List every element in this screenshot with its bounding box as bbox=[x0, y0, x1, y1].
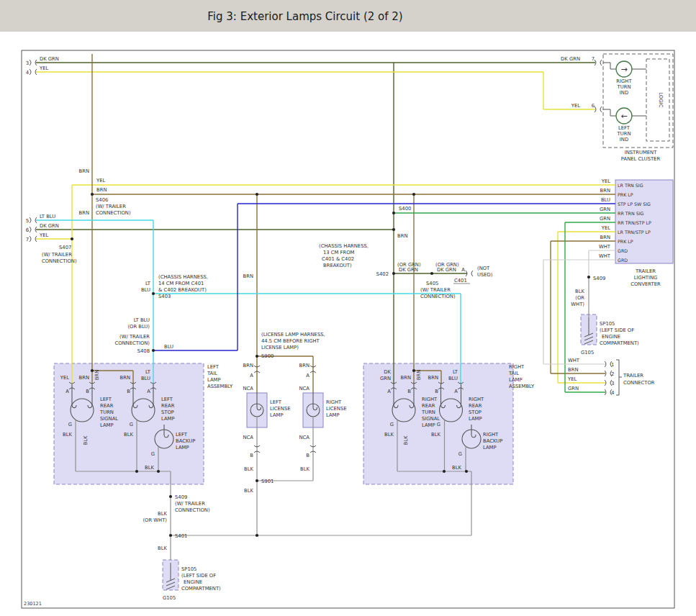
left-rear-turn-signal-lamp-caption: SIGNAL bbox=[100, 416, 118, 422]
wire-color-label: BRN bbox=[401, 375, 411, 381]
note-line: ENGINE bbox=[602, 334, 620, 340]
wire-color-label: YEL bbox=[601, 225, 610, 231]
wire-color-label: BRN bbox=[243, 273, 253, 279]
converter-pin-label: LR TRN SIG bbox=[618, 183, 643, 188]
left-rear-stop-lamp-caption: STOP bbox=[161, 409, 174, 415]
note-line: BREAKOUT) bbox=[323, 263, 352, 268]
converter-caption: LIGHTING bbox=[634, 275, 658, 281]
splice-label: S901 bbox=[261, 479, 274, 484]
edge-pin-number: 4 bbox=[26, 70, 30, 76]
note-line: & C402 BREAKOUT) bbox=[158, 287, 207, 293]
connector-label: C401 bbox=[454, 278, 467, 284]
drawing-number: 230121 bbox=[24, 601, 42, 607]
right-turn-indicator-label: RIGHT bbox=[616, 78, 632, 84]
terminal-label: A bbox=[454, 389, 458, 394]
note-line: (W/ TRAILER bbox=[420, 287, 451, 293]
converter-pin-label: GRD bbox=[618, 258, 628, 263]
splice-dot bbox=[430, 272, 433, 275]
terminal-label: B bbox=[435, 389, 438, 394]
note-line: CONNECTION) bbox=[114, 340, 150, 346]
converter-pin-label: PRK LP bbox=[618, 192, 633, 197]
terminal-label: G bbox=[130, 422, 133, 427]
wire-color-label: (OR bbox=[575, 295, 584, 301]
note-line: (CHASSIS HARNESS, bbox=[158, 274, 208, 280]
splice-label: S409 bbox=[175, 494, 187, 500]
note-line: 44.5 CM BEFORE RIGHT bbox=[261, 338, 320, 344]
cluster-pin-number: 7 bbox=[592, 56, 595, 62]
splice-label: S408 bbox=[137, 348, 150, 354]
wire-color-label: BLK bbox=[145, 465, 154, 471]
wire-color-label: BRN bbox=[397, 233, 407, 239]
right-rear-stop-lamp-caption: LAMP bbox=[469, 416, 482, 422]
splice-dot bbox=[392, 228, 395, 231]
wire-color-label: BRN bbox=[600, 235, 610, 240]
left-rear-stop-lamp-caption: LAMP bbox=[161, 416, 175, 422]
wire-color-label: GRN bbox=[568, 386, 579, 391]
splice-dot bbox=[256, 479, 258, 482]
wire-color-label: BLU bbox=[448, 376, 458, 381]
left-turn-indicator-label: LEFT bbox=[618, 125, 631, 131]
splice-dot bbox=[412, 369, 415, 372]
left-license-lamp-caption: LICENSE bbox=[270, 406, 291, 412]
right-rear-stop-lamp-caption: STOP bbox=[469, 409, 482, 415]
note-line: (NOT bbox=[477, 266, 490, 271]
left-tail-lamp-caption: LEFT bbox=[207, 364, 220, 370]
splice-label: S409 bbox=[593, 276, 605, 281]
right-license-lamp-caption: RIGHT bbox=[326, 399, 342, 405]
exterior-lamps-wiring-diagram: Fig 3: Exterior Lamps Circuit (2 of 2) 2… bbox=[0, 0, 696, 616]
terminal-label: B bbox=[127, 389, 130, 394]
converter-pin-label: GRD bbox=[618, 248, 628, 253]
splice-dot bbox=[392, 212, 395, 214]
right-backup-lamp-caption: BACKUP bbox=[483, 438, 502, 444]
wire-color-label: BLU bbox=[601, 197, 610, 203]
note-line: (LICENSE LAMP HARNESS, bbox=[261, 332, 325, 338]
wire-color-label: BRN bbox=[299, 363, 309, 368]
left-rear-turn-signal-lamp-caption: LAMP bbox=[100, 422, 114, 428]
note-line: CONNECTION) bbox=[175, 507, 210, 513]
wire-color-label: DK GRN bbox=[40, 56, 59, 62]
wire-color-label: YEL bbox=[60, 375, 69, 381]
left-rear-stop-lamp-caption: REAR bbox=[161, 403, 175, 409]
left-license-lamp-caption: LEFT bbox=[270, 399, 282, 405]
right-tail-lamp-caption: RIGHT bbox=[509, 364, 525, 370]
note-line: C401 & C402 bbox=[322, 256, 354, 262]
left-rear-stop-lamp-caption: LEFT bbox=[161, 397, 173, 402]
note-line: 14 CM FROM C401 bbox=[158, 281, 204, 286]
wire-color-label: BLK bbox=[158, 545, 167, 551]
converter-pin-label: LR TRN/STP LP bbox=[618, 230, 651, 235]
terminal-label: G bbox=[151, 451, 155, 457]
wire-color-label: YEL bbox=[39, 65, 48, 71]
trailer-connector-caption: TRAILER bbox=[623, 373, 643, 379]
edge-pin-number: 3 bbox=[26, 60, 29, 66]
wire-color-label: WHT bbox=[599, 253, 611, 259]
terminal-label: A bbox=[306, 373, 309, 379]
wire-color-label: BLK bbox=[384, 432, 394, 438]
splice-label: S402 bbox=[376, 271, 389, 277]
left-turn-indicator-label: TURN bbox=[617, 131, 631, 137]
right-turn-indicator-label: IND bbox=[620, 90, 628, 96]
left-backup-lamp-caption: LEFT bbox=[176, 432, 188, 438]
wire-color-label: BRN bbox=[120, 375, 130, 381]
wire-color-label: WHT) bbox=[571, 302, 584, 307]
right-backup-lamp-caption: RIGHT bbox=[483, 432, 499, 438]
terminal-label: B bbox=[86, 389, 89, 394]
left-tail-lamp-caption: LAMP bbox=[207, 377, 221, 383]
wire-color-label: BLU bbox=[141, 287, 150, 293]
wire-color-label: BRN bbox=[416, 370, 422, 380]
splice-dot bbox=[169, 534, 172, 537]
wire-color-label: BLK bbox=[63, 432, 72, 438]
wire-color-label: LT bbox=[145, 281, 151, 286]
right-rear-stop-lamp-caption: REAR bbox=[469, 403, 482, 409]
splice-label: S400 bbox=[399, 206, 411, 212]
wire-color-label: LT bbox=[453, 369, 458, 375]
note-line: CONNECTION) bbox=[420, 294, 456, 299]
splice-dot bbox=[465, 470, 468, 473]
terminal-label: B bbox=[250, 453, 253, 458]
wire-color-label: BRN bbox=[568, 367, 578, 373]
splice-dot bbox=[157, 470, 160, 473]
converter-pin-label: RR TRN/STP LP bbox=[618, 220, 651, 225]
note-line: ENGINE bbox=[184, 579, 202, 585]
splice-label: SP105 bbox=[600, 321, 615, 327]
right-license-lamp-caption: LICENSE bbox=[326, 406, 347, 412]
terminal-label: G bbox=[437, 422, 440, 427]
